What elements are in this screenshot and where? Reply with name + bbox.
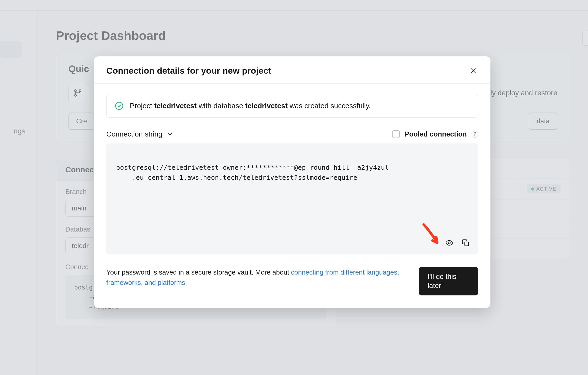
svg-point-4 xyxy=(448,242,450,244)
connection-details-modal: Connection details for your new project … xyxy=(94,56,490,308)
check-circle-icon xyxy=(115,101,124,110)
connection-string-label: Connection string xyxy=(106,130,162,138)
success-text: Project teledrivetest with database tele… xyxy=(130,102,371,110)
help-icon[interactable]: ? xyxy=(471,131,478,138)
do-this-later-button[interactable]: I'll do this later xyxy=(419,267,478,295)
pooled-connection-label: Pooled connection xyxy=(404,130,467,138)
chevron-down-icon xyxy=(167,131,173,137)
copy-icon[interactable] xyxy=(461,238,470,248)
svg-point-3 xyxy=(116,102,123,109)
svg-rect-5 xyxy=(465,242,469,246)
success-banner: Project teledrivetest with database tele… xyxy=(106,94,478,118)
reveal-password-icon[interactable] xyxy=(445,238,454,248)
footer-help-text: Your password is saved in a secure stora… xyxy=(106,267,400,288)
connection-string-text: postgresql://teledrivetest_owner:*******… xyxy=(116,164,389,182)
connection-string-block: postgresql://teledrivetest_owner:*******… xyxy=(106,143,478,254)
connection-string-dropdown[interactable]: Connection string xyxy=(106,130,173,138)
pooled-connection-checkbox[interactable] xyxy=(392,130,400,138)
modal-title: Connection details for your new project xyxy=(106,66,271,76)
close-icon[interactable] xyxy=(469,66,478,75)
